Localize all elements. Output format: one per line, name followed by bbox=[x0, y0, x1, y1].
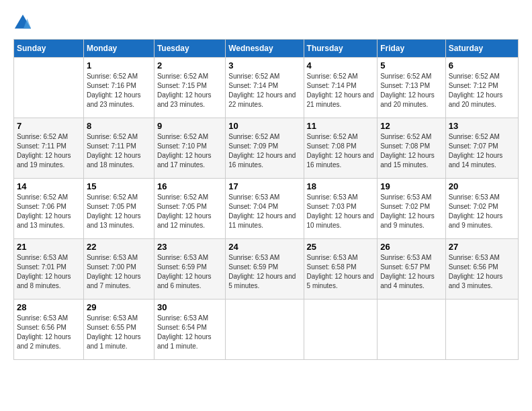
calendar-cell: 2Sunrise: 6:52 AMSunset: 7:15 PMDaylight… bbox=[154, 58, 225, 118]
day-info: Sunrise: 6:52 AMSunset: 7:08 PMDaylight:… bbox=[307, 132, 375, 170]
day-number: 8 bbox=[87, 121, 151, 131]
day-info: Sunrise: 6:53 AMSunset: 6:56 PMDaylight:… bbox=[17, 314, 81, 351]
calendar-cell: 27Sunrise: 6:53 AMSunset: 6:56 PMDayligh… bbox=[445, 239, 518, 300]
day-info: Sunrise: 6:52 AMSunset: 7:05 PMDaylight:… bbox=[157, 193, 222, 230]
day-number: 14 bbox=[17, 181, 81, 191]
calendar-cell: 18Sunrise: 6:53 AMSunset: 7:03 PMDayligh… bbox=[304, 179, 378, 239]
weekday-header-monday: Monday bbox=[83, 40, 154, 58]
day-number: 3 bbox=[228, 60, 300, 71]
logo bbox=[13, 13, 35, 32]
calendar-cell: 29Sunrise: 6:53 AMSunset: 6:55 PMDayligh… bbox=[83, 300, 154, 360]
calendar-cell: 12Sunrise: 6:52 AMSunset: 7:08 PMDayligh… bbox=[378, 118, 446, 179]
calendar-cell: 25Sunrise: 6:53 AMSunset: 6:58 PMDayligh… bbox=[304, 239, 378, 300]
day-number: 29 bbox=[87, 302, 151, 312]
calendar-week-4: 21Sunrise: 6:53 AMSunset: 7:01 PMDayligh… bbox=[14, 239, 519, 300]
day-number: 12 bbox=[380, 121, 443, 131]
day-info: Sunrise: 6:52 AMSunset: 7:09 PMDaylight:… bbox=[228, 132, 300, 170]
day-info: Sunrise: 6:52 AMSunset: 7:05 PMDaylight:… bbox=[87, 193, 151, 230]
calendar-cell: 26Sunrise: 6:53 AMSunset: 6:57 PMDayligh… bbox=[378, 239, 446, 300]
weekday-row: SundayMondayTuesdayWednesdayThursdayFrid… bbox=[14, 40, 519, 58]
day-info: Sunrise: 6:52 AMSunset: 7:16 PMDaylight:… bbox=[87, 72, 151, 109]
calendar-cell: 14Sunrise: 6:52 AMSunset: 7:06 PMDayligh… bbox=[14, 179, 84, 239]
day-number: 30 bbox=[157, 302, 222, 312]
day-number: 4 bbox=[307, 60, 375, 71]
calendar-cell: 24Sunrise: 6:53 AMSunset: 6:59 PMDayligh… bbox=[226, 239, 304, 300]
header bbox=[13, 13, 519, 32]
day-number: 7 bbox=[17, 121, 81, 131]
day-info: Sunrise: 6:52 AMSunset: 7:08 PMDaylight:… bbox=[380, 132, 443, 170]
calendar-cell: 23Sunrise: 6:53 AMSunset: 6:59 PMDayligh… bbox=[154, 239, 225, 300]
calendar-cell: 11Sunrise: 6:52 AMSunset: 7:08 PMDayligh… bbox=[304, 118, 378, 179]
day-number: 20 bbox=[449, 181, 515, 191]
day-number: 13 bbox=[449, 121, 515, 131]
calendar-cell: 7Sunrise: 6:52 AMSunset: 7:11 PMDaylight… bbox=[14, 118, 84, 179]
day-number: 9 bbox=[157, 121, 222, 131]
day-number: 10 bbox=[228, 121, 300, 131]
day-number: 26 bbox=[380, 242, 443, 252]
calendar-week-3: 14Sunrise: 6:52 AMSunset: 7:06 PMDayligh… bbox=[14, 179, 519, 239]
day-number: 24 bbox=[228, 242, 300, 252]
weekday-header-sunday: Sunday bbox=[14, 40, 84, 58]
calendar-cell: 6Sunrise: 6:52 AMSunset: 7:12 PMDaylight… bbox=[445, 58, 518, 118]
day-number: 23 bbox=[157, 242, 222, 252]
day-info: Sunrise: 6:53 AMSunset: 6:58 PMDaylight:… bbox=[307, 253, 375, 291]
weekday-header-tuesday: Tuesday bbox=[154, 40, 225, 58]
calendar-week-5: 28Sunrise: 6:53 AMSunset: 6:56 PMDayligh… bbox=[14, 300, 519, 360]
day-number: 1 bbox=[87, 60, 151, 71]
day-info: Sunrise: 6:52 AMSunset: 7:14 PMDaylight:… bbox=[228, 72, 300, 109]
calendar-table: SundayMondayTuesdayWednesdayThursdayFrid… bbox=[13, 39, 519, 360]
day-number: 21 bbox=[17, 242, 81, 252]
weekday-header-friday: Friday bbox=[378, 40, 446, 58]
weekday-header-saturday: Saturday bbox=[445, 40, 518, 58]
calendar-week-1: 1Sunrise: 6:52 AMSunset: 7:16 PMDaylight… bbox=[14, 58, 519, 118]
day-info: Sunrise: 6:52 AMSunset: 7:14 PMDaylight:… bbox=[307, 72, 375, 109]
day-info: Sunrise: 6:52 AMSunset: 7:12 PMDaylight:… bbox=[449, 72, 515, 109]
day-number: 11 bbox=[307, 121, 375, 131]
calendar-cell: 28Sunrise: 6:53 AMSunset: 6:56 PMDayligh… bbox=[14, 300, 84, 360]
day-number: 22 bbox=[87, 242, 151, 252]
day-info: Sunrise: 6:53 AMSunset: 7:04 PMDaylight:… bbox=[228, 193, 300, 230]
day-info: Sunrise: 6:53 AMSunset: 7:01 PMDaylight:… bbox=[17, 253, 81, 291]
day-info: Sunrise: 6:53 AMSunset: 7:03 PMDaylight:… bbox=[307, 193, 375, 230]
day-info: Sunrise: 6:52 AMSunset: 7:06 PMDaylight:… bbox=[17, 193, 81, 230]
calendar-cell bbox=[14, 58, 84, 118]
calendar-cell: 17Sunrise: 6:53 AMSunset: 7:04 PMDayligh… bbox=[226, 179, 304, 239]
day-info: Sunrise: 6:52 AMSunset: 7:07 PMDaylight:… bbox=[449, 132, 515, 170]
calendar-cell: 4Sunrise: 6:52 AMSunset: 7:14 PMDaylight… bbox=[304, 58, 378, 118]
day-number: 16 bbox=[157, 181, 222, 191]
calendar-cell bbox=[226, 300, 304, 360]
calendar-cell: 22Sunrise: 6:53 AMSunset: 7:00 PMDayligh… bbox=[83, 239, 154, 300]
calendar-body: 1Sunrise: 6:52 AMSunset: 7:16 PMDaylight… bbox=[14, 58, 519, 360]
day-info: Sunrise: 6:52 AMSunset: 7:15 PMDaylight:… bbox=[157, 72, 222, 109]
calendar-cell: 10Sunrise: 6:52 AMSunset: 7:09 PMDayligh… bbox=[226, 118, 304, 179]
day-info: Sunrise: 6:53 AMSunset: 6:59 PMDaylight:… bbox=[157, 253, 222, 291]
day-number: 27 bbox=[449, 242, 515, 252]
calendar-cell: 9Sunrise: 6:52 AMSunset: 7:10 PMDaylight… bbox=[154, 118, 225, 179]
calendar-cell: 5Sunrise: 6:52 AMSunset: 7:13 PMDaylight… bbox=[378, 58, 446, 118]
weekday-header-wednesday: Wednesday bbox=[226, 40, 304, 58]
calendar-header: SundayMondayTuesdayWednesdayThursdayFrid… bbox=[14, 40, 519, 58]
day-number: 28 bbox=[17, 302, 81, 312]
day-info: Sunrise: 6:53 AMSunset: 6:59 PMDaylight:… bbox=[228, 253, 300, 291]
calendar-cell: 30Sunrise: 6:53 AMSunset: 6:54 PMDayligh… bbox=[154, 300, 225, 360]
day-number: 18 bbox=[307, 181, 375, 191]
day-info: Sunrise: 6:53 AMSunset: 6:57 PMDaylight:… bbox=[380, 253, 443, 291]
day-number: 25 bbox=[307, 242, 375, 252]
day-number: 15 bbox=[87, 181, 151, 191]
day-number: 6 bbox=[449, 60, 515, 71]
calendar-cell: 16Sunrise: 6:52 AMSunset: 7:05 PMDayligh… bbox=[154, 179, 225, 239]
day-number: 19 bbox=[380, 181, 443, 191]
day-number: 17 bbox=[228, 181, 300, 191]
day-info: Sunrise: 6:53 AMSunset: 6:54 PMDaylight:… bbox=[157, 314, 222, 351]
day-info: Sunrise: 6:52 AMSunset: 7:13 PMDaylight:… bbox=[380, 72, 443, 109]
calendar-cell bbox=[304, 300, 378, 360]
calendar-cell: 8Sunrise: 6:52 AMSunset: 7:11 PMDaylight… bbox=[83, 118, 154, 179]
calendar-cell bbox=[445, 300, 518, 360]
calendar-cell: 13Sunrise: 6:52 AMSunset: 7:07 PMDayligh… bbox=[445, 118, 518, 179]
calendar-cell: 19Sunrise: 6:53 AMSunset: 7:02 PMDayligh… bbox=[378, 179, 446, 239]
day-info: Sunrise: 6:52 AMSunset: 7:11 PMDaylight:… bbox=[17, 132, 81, 170]
calendar-cell: 21Sunrise: 6:53 AMSunset: 7:01 PMDayligh… bbox=[14, 239, 84, 300]
day-info: Sunrise: 6:53 AMSunset: 6:56 PMDaylight:… bbox=[449, 253, 515, 291]
weekday-header-thursday: Thursday bbox=[304, 40, 378, 58]
logo-icon bbox=[13, 13, 32, 32]
